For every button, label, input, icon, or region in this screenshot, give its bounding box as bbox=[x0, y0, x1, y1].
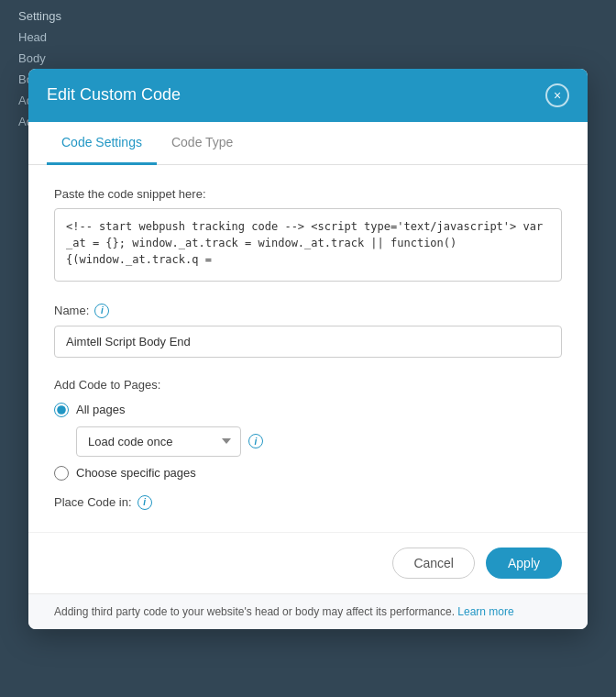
cancel-button[interactable]: Cancel bbox=[392, 548, 475, 579]
name-label: Name: bbox=[54, 304, 89, 317]
modal-body: Paste the code snippet here: <!-- start … bbox=[28, 165, 588, 532]
modal-title: Edit Custom Code bbox=[47, 85, 181, 105]
all-pages-radio[interactable] bbox=[54, 403, 69, 417]
learn-more-link[interactable]: Learn more bbox=[457, 605, 513, 618]
load-code-row: Load code once Load code always i bbox=[76, 426, 562, 457]
place-code-label: Place Code in: bbox=[54, 495, 132, 509]
info-bar: Adding third party code to your website'… bbox=[28, 593, 588, 629]
all-pages-row: All pages bbox=[54, 403, 562, 417]
name-row: Name: i bbox=[54, 304, 562, 318]
add-code-label: Add Code to Pages: bbox=[54, 378, 562, 392]
name-input[interactable] bbox=[54, 326, 562, 358]
specific-pages-row: Choose specific pages bbox=[54, 466, 562, 481]
specific-pages-label: Choose specific pages bbox=[76, 466, 196, 480]
bg-body-1: Body bbox=[18, 51, 598, 65]
info-bar-text: Adding third party code to your website'… bbox=[54, 605, 455, 618]
load-code-dropdown[interactable]: Load code once Load code always bbox=[76, 426, 241, 457]
place-code-info-icon: i bbox=[138, 495, 152, 510]
place-code-row: Place Code in: i bbox=[54, 495, 562, 510]
paste-label: Paste the code snippet here: bbox=[54, 187, 562, 201]
all-pages-label: All pages bbox=[76, 403, 125, 416]
tab-code-type[interactable]: Code Type bbox=[157, 122, 248, 165]
bg-head: Head bbox=[18, 30, 598, 44]
tabs-bar: Code Settings Code Type bbox=[28, 122, 588, 165]
name-info-icon: i bbox=[94, 304, 109, 318]
modal-header: Edit Custom Code × bbox=[28, 69, 588, 122]
edit-custom-code-modal: Edit Custom Code × Code Settings Code Ty… bbox=[28, 69, 588, 629]
apply-button[interactable]: Apply bbox=[486, 548, 562, 579]
bg-settings: Settings bbox=[18, 9, 598, 23]
tab-code-settings[interactable]: Code Settings bbox=[47, 122, 157, 165]
load-code-info-icon: i bbox=[248, 434, 263, 448]
close-button[interactable]: × bbox=[545, 83, 569, 107]
modal-footer: Cancel Apply bbox=[28, 532, 588, 593]
code-snippet-input[interactable]: <!-- start webpush tracking code --> <sc… bbox=[54, 208, 562, 282]
specific-pages-radio[interactable] bbox=[54, 466, 69, 481]
